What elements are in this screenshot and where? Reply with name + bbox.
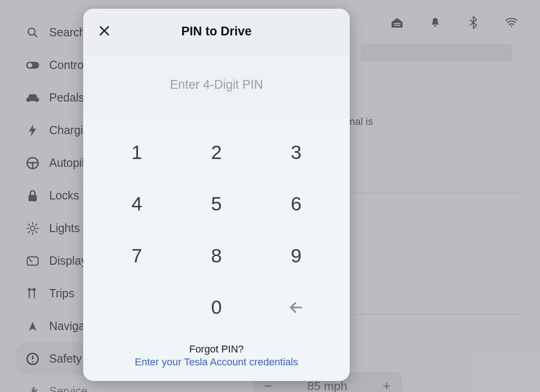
keypad: 1 2 3 4 5 6 7 8 9 0 [83, 119, 350, 337]
keypad-5[interactable]: 5 [191, 187, 242, 221]
keypad-8[interactable]: 8 [191, 239, 242, 273]
modal-header: PIN to Drive [83, 9, 350, 55]
keypad-1[interactable]: 1 [112, 136, 162, 169]
modal-title: PIN to Drive [181, 24, 251, 39]
keypad-4[interactable]: 4 [112, 187, 162, 221]
keypad-9[interactable]: 9 [271, 239, 321, 273]
keypad-blank [112, 291, 162, 324]
close-button[interactable] [95, 22, 114, 40]
forgot-pin-link[interactable]: Enter your Tesla Account credentials [83, 356, 350, 368]
modal-footer: Forgot PIN? Enter your Tesla Account cre… [83, 337, 350, 381]
pin-to-drive-modal: PIN to Drive Enter 4-Digit PIN 1 2 3 4 5… [83, 9, 350, 381]
keypad-backspace[interactable] [271, 291, 321, 324]
keypad-3[interactable]: 3 [271, 136, 321, 169]
keypad-2[interactable]: 2 [191, 136, 242, 169]
keypad-0[interactable]: 0 [191, 291, 242, 324]
forgot-pin-label: Forgot PIN? [83, 343, 350, 355]
keypad-7[interactable]: 7 [112, 239, 162, 273]
keypad-6[interactable]: 6 [271, 187, 321, 221]
modal-prompt: Enter 4-Digit PIN [83, 55, 350, 119]
